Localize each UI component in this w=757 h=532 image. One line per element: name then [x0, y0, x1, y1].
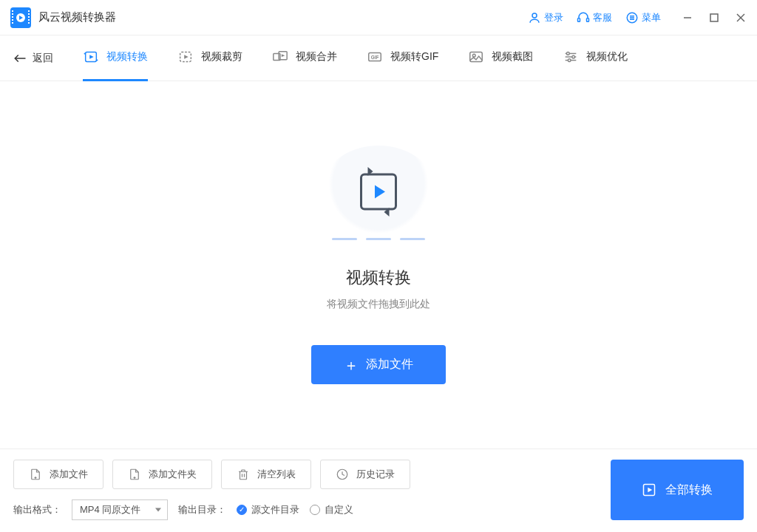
empty-illustration	[319, 146, 438, 242]
tab-label: 视频优化	[586, 50, 628, 64]
titlebar-right: 登录 客服 菜单	[528, 11, 747, 24]
add-folder-label: 添加文件夹	[149, 468, 197, 481]
main-empty-area[interactable]: 视频转换 将视频文件拖拽到此处 ＋ 添加文件	[0, 81, 757, 449]
clear-list-button[interactable]: 清空列表	[221, 460, 311, 489]
output-format-select[interactable]: MP4 同原文件	[72, 499, 168, 520]
login-label: 登录	[544, 11, 563, 24]
tab-label: 视频截图	[492, 50, 533, 64]
login-link[interactable]: 登录	[528, 11, 563, 24]
output-format-value: MP4 同原文件	[80, 504, 140, 515]
empty-title: 视频转换	[346, 267, 411, 289]
close-button[interactable]	[735, 12, 747, 24]
tab-video-optimize[interactable]: 视频优化	[563, 35, 628, 81]
svg-text:GIF: GIF	[371, 54, 379, 59]
tab-video-screenshot[interactable]: 视频截图	[468, 35, 533, 81]
app-title: 风云视频转换器	[38, 10, 116, 24]
clock-icon	[336, 468, 349, 481]
add-folder-button[interactable]: 添加文件夹	[112, 460, 212, 489]
sliders-icon	[563, 49, 579, 65]
screenshot-icon	[468, 49, 484, 65]
user-icon	[528, 11, 541, 24]
add-file-main-button[interactable]: ＋ 添加文件	[311, 345, 446, 384]
headset-icon	[577, 11, 590, 24]
radio-custom-label: 自定义	[325, 503, 353, 516]
svg-rect-8	[710, 14, 718, 21]
add-file-main-label: 添加文件	[366, 357, 413, 372]
empty-subtitle: 将视频文件拖拽到此处	[327, 298, 430, 311]
menu-icon	[625, 11, 639, 24]
svg-point-22	[473, 54, 476, 57]
gif-icon: GIF	[367, 49, 383, 65]
tab-label: 视频转换	[106, 50, 148, 64]
play-box-icon	[642, 482, 656, 497]
output-format-label: 输出格式：	[13, 503, 61, 516]
radio-dot-icon	[310, 505, 320, 515]
tab-video-crop[interactable]: 视频裁剪	[177, 35, 242, 81]
maximize-button[interactable]	[708, 12, 720, 24]
tab-label: 视频裁剪	[201, 50, 242, 64]
add-file-label: 添加文件	[50, 468, 88, 481]
radio-source-dir[interactable]: 源文件目录	[237, 503, 299, 516]
folder-plus-icon	[128, 468, 141, 481]
svg-point-0	[532, 13, 537, 18]
plus-icon: ＋	[344, 358, 359, 372]
svg-rect-2	[587, 18, 589, 21]
crop-icon	[177, 49, 194, 65]
svg-marker-18	[282, 54, 285, 57]
bottom-actions: 添加文件 添加文件夹 清空列表 历史记录	[13, 460, 410, 489]
back-button[interactable]: 返回	[13, 52, 53, 65]
radio-source-label: 源文件目录	[251, 503, 299, 516]
tab-label: 视频转GIF	[390, 50, 438, 64]
svg-rect-1	[578, 18, 580, 21]
minimize-button[interactable]	[682, 12, 693, 24]
svg-marker-15	[184, 55, 189, 59]
radio-custom-dir[interactable]: 自定义	[310, 503, 353, 516]
svg-marker-13	[89, 55, 94, 59]
arrow-left-icon	[13, 53, 27, 64]
file-plus-icon	[29, 468, 42, 481]
history-button[interactable]: 历史记录	[320, 460, 410, 489]
tab-video-merge[interactable]: 视频合并	[272, 35, 337, 81]
tabbar: 返回 视频转换 视频裁剪 视频合并 GIF 视频转GIF 视频截图 视频优化	[0, 35, 757, 81]
svg-point-26	[567, 52, 570, 55]
menu-label: 菜单	[642, 11, 661, 24]
add-file-button[interactable]: 添加文件	[13, 460, 103, 489]
convert-all-button[interactable]: 全部转换	[611, 460, 744, 520]
svg-point-28	[568, 58, 571, 61]
tab-label: 视频合并	[296, 50, 337, 64]
merge-icon	[272, 49, 288, 65]
back-label: 返回	[33, 52, 53, 65]
tab-video-gif[interactable]: GIF 视频转GIF	[367, 35, 438, 81]
output-dir-label: 输出目录：	[178, 503, 226, 516]
support-label: 客服	[593, 11, 612, 24]
titlebar: 风云视频转换器 登录 客服 菜单	[0, 0, 757, 35]
window-controls	[682, 12, 747, 24]
bottombar: 添加文件 添加文件夹 清空列表 历史记录 输出格式： MP4 同原	[0, 449, 757, 532]
history-label: 历史记录	[356, 468, 395, 481]
svg-point-27	[572, 55, 575, 58]
radio-dot-icon	[237, 505, 247, 515]
trash-icon	[237, 468, 250, 481]
app-logo-icon	[10, 7, 31, 28]
tab-video-convert[interactable]: 视频转换	[83, 35, 148, 81]
play-convert-icon	[83, 49, 99, 65]
svg-marker-37	[648, 488, 652, 493]
bottom-settings: 输出格式： MP4 同原文件 输出目录： 源文件目录 自定义	[13, 499, 410, 520]
menu-link[interactable]: 菜单	[625, 11, 661, 24]
clear-list-label: 清空列表	[257, 468, 296, 481]
support-link[interactable]: 客服	[577, 11, 612, 24]
convert-all-label: 全部转换	[665, 482, 713, 498]
